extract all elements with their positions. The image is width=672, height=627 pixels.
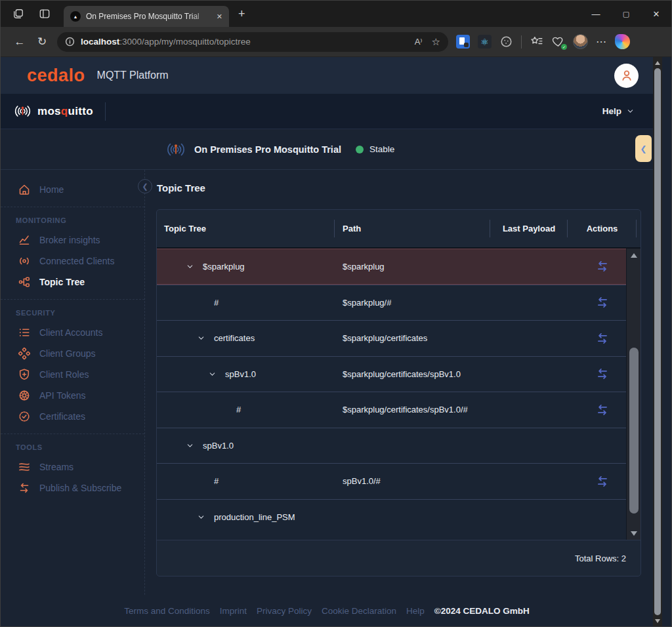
table-row[interactable]: # $sparkplug/# [157,285,626,321]
column-header-actions: Actions [568,210,637,247]
chevron-down-icon[interactable] [194,510,207,523]
cedalo-logo[interactable]: cedalo [27,67,85,85]
page-scroll-up-icon[interactable] [653,58,662,68]
browser-essentials-icon[interactable]: ✓ [551,35,565,49]
sidebar-item-certificates[interactable]: Certificates [1,407,144,426]
page-scroll-down-icon[interactable] [653,616,662,626]
footer-link-cookie-declaration[interactable]: Cookie Declaration [322,606,396,616]
copilot-icon[interactable] [615,34,630,49]
publish-subscribe-action-icon[interactable] [595,367,610,381]
react-devtools-icon[interactable]: ⚛ [478,35,492,49]
topic-label: $sparkplug [203,262,245,272]
topic-label: production_line_PSM [214,512,295,522]
browser-tab-bar: ▲ On Premises Pro Mosquitto Trial ✕ + — … [1,1,671,27]
publish-subscribe-action-icon[interactable] [595,474,610,489]
scroll-up-icon[interactable] [627,250,640,260]
close-button[interactable]: ✕ [641,1,671,27]
browser-profile-avatar[interactable] [573,34,588,49]
sidebar-divider [1,434,144,434]
password-extension-icon[interactable] [456,35,470,49]
table-row[interactable]: # $sparkplug/certificates/spBv1.0/# [157,392,626,428]
sidebar-item-client-roles[interactable]: Client Roles [1,365,144,384]
column-header-path: Path [335,210,490,247]
footer-link-terms-and-conditions[interactable]: Terms and Conditions [124,606,210,616]
table-row[interactable]: production_line_PSM [157,499,626,535]
read-aloud-icon[interactable]: A⁾ [415,37,423,47]
table-row[interactable]: spBv1.0 [157,428,626,464]
sidebar-item-client-accounts[interactable]: Client Accounts [1,323,144,342]
sidebar-item-client-groups[interactable]: Client Groups [1,344,144,363]
favorites-icon[interactable] [530,35,543,49]
sidebar-item-label: API Tokens [39,390,86,401]
refresh-icon[interactable]: ↻ [35,35,49,49]
new-tab-button[interactable]: + [238,7,245,21]
cookie-extension-icon[interactable] [499,35,513,49]
sidebar-item-icon [18,410,31,423]
sidebar-item-icon [18,368,31,381]
url-host: localhost [81,37,119,47]
status-dot [356,146,364,153]
app-header: cedalo MQTT Platform [1,57,653,94]
footer-links: Terms and ConditionsImprintPrivacy Polic… [124,606,425,616]
topic-tree-cell: spBv1.0 [157,439,335,452]
sidebar-item-topic-tree[interactable]: Topic Tree [1,273,144,291]
sidebar-item-api-tokens[interactable]: API Tokens [1,386,144,405]
help-menu[interactable]: Help [602,106,635,116]
chevron-down-icon[interactable] [194,332,207,345]
browser-page-scrollbar[interactable] [653,57,662,626]
sidebar-item-streams[interactable]: Streams [1,458,144,476]
sidebar-collapse-button[interactable]: ❮ [138,179,152,193]
copyright-label: ©2024 CEDALO GmbH [434,606,530,616]
scroll-down-icon[interactable] [627,528,640,538]
site-info-icon[interactable] [65,37,75,47]
path-cell: $sparkplug/certificates/spBv1.0/# [335,405,490,415]
chevron-down-icon[interactable] [183,260,196,273]
tab-close-icon[interactable]: ✕ [215,11,224,22]
panel-collapse-button[interactable]: ❮ [635,135,652,162]
table-row[interactable]: # spBv1.0/# [157,463,626,499]
table-row[interactable]: certificates $sparkplug/certificates [157,320,626,356]
page-scrollbar-thumb[interactable] [654,68,661,615]
favorite-star-icon[interactable]: ☆ [432,36,440,48]
browser-window: ▲ On Premises Pro Mosquitto Trial ✕ + — … [0,0,672,627]
mosquitto-logo[interactable]: mosquitto [14,104,93,119]
user-account-button[interactable] [614,64,639,88]
footer-link-privacy-policy[interactable]: Privacy Policy [257,606,312,616]
table-row[interactable]: $sparkplug $sparkplug [157,249,626,285]
sidebar-item-icon [18,481,31,495]
tab-actions-icon[interactable] [37,7,52,21]
footer-link-help[interactable]: Help [406,606,425,616]
sidebar-item-icon [18,183,31,196]
sidebar-item-label: Connected Clients [39,256,114,266]
back-icon[interactable]: ← [12,35,27,49]
sidebar-item-label: Client Groups [39,348,96,359]
table-scrollbar[interactable] [626,249,640,540]
publish-subscribe-action-icon[interactable] [595,331,610,346]
sidebar-item-home[interactable]: Home [1,180,144,199]
minimize-button[interactable]: — [581,1,611,27]
more-options-icon[interactable]: ⋯ [596,35,607,48]
column-header-topic-tree: Topic Tree [157,210,335,247]
table-row[interactable]: spBv1.0 $sparkplug/certificates/spBv1.0 [157,356,626,392]
sidebar-item-broker-insights[interactable]: Broker insights [1,231,144,249]
sidebar-item-connected-clients[interactable]: Connected Clients [1,252,144,270]
publish-subscribe-action-icon[interactable] [595,259,610,273]
footer-link-imprint[interactable]: Imprint [220,606,247,616]
path-cell: $sparkplug [335,262,490,272]
scrollbar-thumb[interactable] [629,348,639,514]
address-bar[interactable]: localhost:3000/app/my/mosquitto/topictre… [57,32,448,52]
chevron-down-icon[interactable] [183,439,196,452]
publish-subscribe-action-icon[interactable] [595,403,610,417]
sidebar-item-label: Broker insights [39,235,100,245]
table-footer: Total Rows: 2 [157,540,640,576]
tab-title: On Premises Pro Mosquitto Trial [86,12,210,21]
sidebar-item-label: Certificates [39,411,85,422]
sidebar-divider [1,299,144,300]
browser-tab[interactable]: ▲ On Premises Pro Mosquitto Trial ✕ [64,6,229,27]
topic-label: # [236,405,241,415]
workspaces-icon[interactable] [11,7,26,21]
publish-subscribe-action-icon[interactable] [595,295,610,310]
maximize-button[interactable]: ▢ [611,1,641,27]
sidebar-item-publish-subscribe[interactable]: Publish & Subscribe [1,479,144,497]
chevron-down-icon[interactable] [205,367,219,380]
